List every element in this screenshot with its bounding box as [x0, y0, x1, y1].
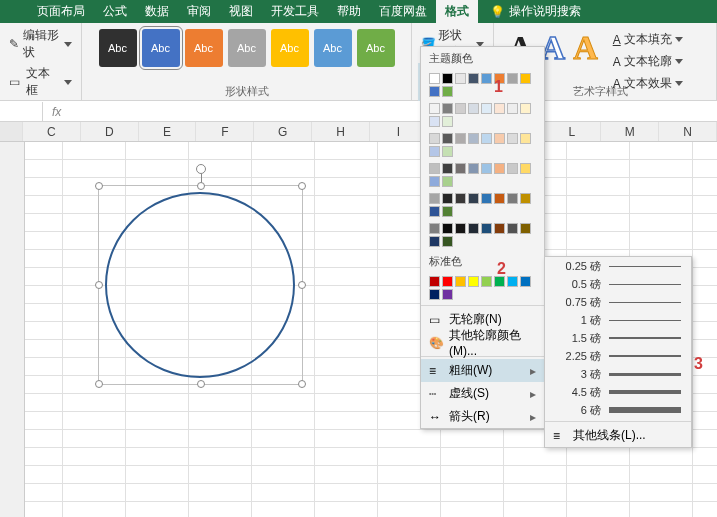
- col-c[interactable]: C: [23, 122, 81, 141]
- color-swatch[interactable]: [481, 163, 492, 174]
- resize-handle[interactable]: [298, 281, 306, 289]
- weight-025[interactable]: 0.25 磅: [545, 257, 691, 275]
- col-l[interactable]: L: [543, 122, 601, 141]
- color-swatch[interactable]: [481, 276, 492, 287]
- col-e[interactable]: E: [139, 122, 197, 141]
- color-swatch[interactable]: [442, 236, 453, 247]
- color-swatch[interactable]: [429, 176, 440, 187]
- style-swatch-1[interactable]: Abc: [99, 29, 137, 67]
- corner-cell[interactable]: [0, 122, 23, 141]
- color-swatch[interactable]: [468, 103, 479, 114]
- resize-handle[interactable]: [298, 182, 306, 190]
- color-swatch[interactable]: [481, 133, 492, 144]
- row-headers[interactable]: [0, 142, 25, 517]
- weight-15[interactable]: 1.5 磅: [545, 329, 691, 347]
- color-swatch[interactable]: [429, 163, 440, 174]
- style-swatch-6[interactable]: Abc: [314, 29, 352, 67]
- color-swatch[interactable]: [442, 276, 453, 287]
- color-swatch[interactable]: [494, 163, 505, 174]
- tab-help[interactable]: 帮助: [328, 0, 370, 23]
- tab-formula[interactable]: 公式: [94, 0, 136, 23]
- weight-05[interactable]: 0.5 磅: [545, 275, 691, 293]
- resize-handle[interactable]: [197, 182, 205, 190]
- color-swatch[interactable]: [455, 103, 466, 114]
- color-swatch[interactable]: [429, 193, 440, 204]
- resize-handle[interactable]: [95, 380, 103, 388]
- color-swatch[interactable]: [481, 223, 492, 234]
- color-swatch[interactable]: [455, 193, 466, 204]
- more-colors-item[interactable]: 🎨其他轮廓颜色(M)...: [421, 331, 544, 354]
- color-swatch[interactable]: [507, 73, 518, 84]
- resize-handle[interactable]: [95, 281, 103, 289]
- color-swatch[interactable]: [429, 116, 440, 127]
- color-swatch[interactable]: [468, 133, 479, 144]
- color-swatch[interactable]: [468, 276, 479, 287]
- tell-me[interactable]: 💡 操作说明搜索: [490, 3, 581, 20]
- color-swatch[interactable]: [481, 193, 492, 204]
- color-swatch[interactable]: [442, 146, 453, 157]
- resize-handle[interactable]: [197, 380, 205, 388]
- shape-style-gallery[interactable]: Abc Abc Abc Abc Abc Abc Abc: [95, 25, 399, 71]
- tab-review[interactable]: 审阅: [178, 0, 220, 23]
- color-swatch[interactable]: [429, 223, 440, 234]
- col-d[interactable]: D: [81, 122, 139, 141]
- weight-6[interactable]: 6 磅: [545, 401, 691, 419]
- tab-format[interactable]: 格式: [436, 0, 478, 23]
- color-swatch[interactable]: [507, 163, 518, 174]
- tab-data[interactable]: 数据: [136, 0, 178, 23]
- color-swatch[interactable]: [507, 223, 518, 234]
- resize-handle[interactable]: [95, 182, 103, 190]
- color-swatch[interactable]: [442, 223, 453, 234]
- color-swatch[interactable]: [442, 193, 453, 204]
- style-swatch-2[interactable]: Abc: [142, 29, 180, 67]
- textbox-button[interactable]: ▭ 文本框: [6, 63, 75, 101]
- color-swatch[interactable]: [429, 73, 440, 84]
- color-swatch[interactable]: [429, 276, 440, 287]
- color-swatch[interactable]: [455, 163, 466, 174]
- weight-3[interactable]: 3 磅: [545, 365, 691, 383]
- color-swatch[interactable]: [520, 163, 531, 174]
- resize-handle[interactable]: [298, 380, 306, 388]
- color-swatch[interactable]: [520, 223, 531, 234]
- dashes-item[interactable]: ┄虚线(S)▸: [421, 382, 544, 405]
- oval-shape[interactable]: [105, 192, 295, 378]
- color-swatch[interactable]: [520, 73, 531, 84]
- color-swatch[interactable]: [442, 206, 453, 217]
- col-h[interactable]: H: [312, 122, 370, 141]
- tab-dev[interactable]: 开发工具: [262, 0, 328, 23]
- tab-view[interactable]: 视图: [220, 0, 262, 23]
- color-swatch[interactable]: [442, 86, 453, 97]
- shape-selection[interactable]: [98, 185, 303, 385]
- color-swatch[interactable]: [429, 103, 440, 114]
- color-swatch[interactable]: [468, 73, 479, 84]
- color-swatch[interactable]: [429, 146, 440, 157]
- col-m[interactable]: M: [601, 122, 659, 141]
- style-swatch-7[interactable]: Abc: [357, 29, 395, 67]
- color-swatch[interactable]: [429, 206, 440, 217]
- color-swatch[interactable]: [455, 223, 466, 234]
- color-swatch[interactable]: [520, 133, 531, 144]
- edit-shape-button[interactable]: ✎ 编辑形状: [6, 25, 75, 63]
- tab-baidu[interactable]: 百度网盘: [370, 0, 436, 23]
- arrows-item[interactable]: ↔箭头(R)▸: [421, 405, 544, 428]
- color-swatch[interactable]: [507, 133, 518, 144]
- col-f[interactable]: F: [196, 122, 254, 141]
- color-swatch[interactable]: [442, 163, 453, 174]
- style-swatch-4[interactable]: Abc: [228, 29, 266, 67]
- style-swatch-5[interactable]: Abc: [271, 29, 309, 67]
- color-swatch[interactable]: [507, 276, 518, 287]
- color-swatch[interactable]: [442, 116, 453, 127]
- color-swatch[interactable]: [442, 133, 453, 144]
- color-swatch[interactable]: [481, 73, 492, 84]
- color-swatch[interactable]: [520, 193, 531, 204]
- text-outline-button[interactable]: A文本轮廓: [610, 51, 686, 72]
- color-swatch[interactable]: [455, 73, 466, 84]
- weight-1[interactable]: 1 磅: [545, 311, 691, 329]
- more-lines-item[interactable]: ≡其他线条(L)...: [545, 424, 691, 447]
- color-swatch[interactable]: [494, 133, 505, 144]
- weight-075[interactable]: 0.75 磅: [545, 293, 691, 311]
- color-swatch[interactable]: [442, 103, 453, 114]
- color-swatch[interactable]: [455, 276, 466, 287]
- color-swatch[interactable]: [429, 236, 440, 247]
- color-swatch[interactable]: [494, 223, 505, 234]
